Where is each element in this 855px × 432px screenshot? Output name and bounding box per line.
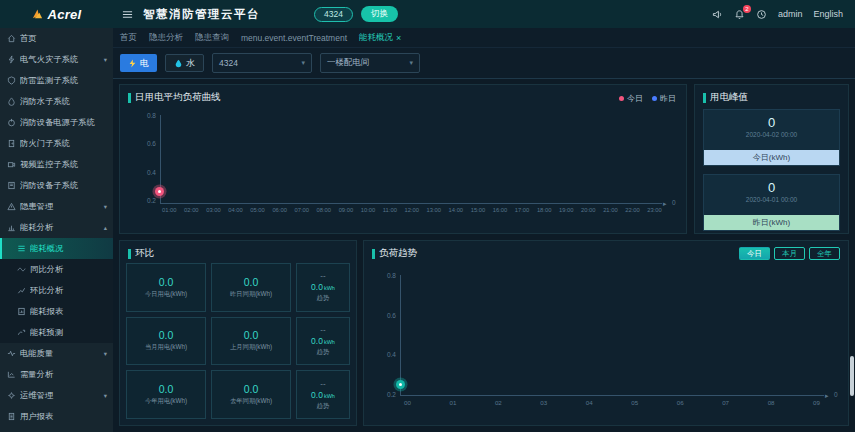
panel-title: 负荷趋势 [372, 247, 417, 260]
sidebar-item-隐患管理[interactable]: 隐患管理▾ [0, 196, 113, 217]
sidebar-item-label: 隐患管理 [20, 201, 100, 212]
sidebar-item-运维管理[interactable]: 运维管理▾ [0, 385, 113, 406]
wave-icon [17, 265, 26, 274]
trend-dash: -- [320, 379, 325, 388]
panel-title: 日用电平均负荷曲线 [128, 91, 221, 104]
y-axis-ticks: 0.80.60.40.2 [374, 272, 396, 398]
axis-end-label: 0 [672, 199, 676, 206]
switch-station-button[interactable]: 切换 [361, 6, 398, 22]
close-tab-icon[interactable]: × [396, 33, 401, 43]
x-tick-label: 15:00 [471, 207, 486, 213]
station-select[interactable]: 4324 ▾ [212, 53, 312, 73]
station-badge: 4324 [314, 7, 353, 22]
chevron-down-icon: ▾ [104, 350, 107, 358]
tab-label: 首页 [120, 32, 137, 44]
sidebar-item-label: 同比分析 [30, 264, 107, 275]
water-toggle-button[interactable]: 水 [165, 54, 204, 72]
electric-button-label: 电 [140, 57, 149, 70]
tab-label: 隐患查询 [195, 32, 229, 44]
y-tick-label: 0.6 [147, 140, 156, 147]
legend-label: 今日 [627, 93, 643, 104]
panel-title: 环比 [128, 247, 154, 260]
x-tick-label: 21:00 [603, 207, 618, 213]
room-select-value: 一楼配电间 [327, 57, 370, 69]
range-button-本月[interactable]: 本月 [774, 247, 805, 260]
load-curve-panel: 日用电平均负荷曲线 今日昨日 0.80.60.40.2 ▸ 0 01:0002:… [119, 84, 687, 234]
notification-bell-icon[interactable]: 2 [734, 9, 745, 20]
user-menu[interactable]: admin [778, 9, 803, 19]
sidebar-item-消防设备电源子系统[interactable]: 消防设备电源子系统 [0, 112, 113, 133]
bolt-icon [7, 55, 16, 64]
sidebar-item-label: 电能质量 [20, 348, 100, 359]
sidebar-item-防雷监测子系统[interactable]: 防雷监测子系统 [0, 70, 113, 91]
sidebar-item-label: 运维管理 [20, 390, 100, 401]
tab-隐患分析[interactable]: 隐患分析 [149, 32, 183, 44]
peak-title: 用电峰值 [710, 91, 748, 104]
x-tick-label: 22:00 [625, 207, 640, 213]
sidebar-item-同比分析[interactable]: 同比分析 [0, 259, 113, 280]
sidebar-item-首页[interactable]: 首页 [0, 28, 113, 49]
stat-label: 去年同期(kWh) [230, 397, 272, 406]
x-tick-label: 12:00 [404, 207, 419, 213]
x-tick-label: 01 [449, 399, 456, 406]
y-tick-label: 0.4 [387, 351, 396, 358]
sidebar-item-环比分析[interactable]: 环比分析 [0, 280, 113, 301]
range-buttons: 今日本月全年 [739, 247, 840, 260]
sidebar-item-电气火灾子系统[interactable]: 电气火灾子系统▾ [0, 49, 113, 70]
legend-item-今日[interactable]: 今日 [619, 93, 643, 104]
sidebar-item-label: 能耗报表 [30, 306, 107, 317]
bolt-icon [128, 59, 137, 68]
tab-menu.event.eventTreatment[interactable]: menu.event.eventTreatment [241, 33, 347, 43]
chevron-down-icon: ▾ [409, 59, 413, 67]
sidebar-item-label: 需量分析 [20, 369, 107, 380]
trend-card: --0.0kWh趋势 [296, 317, 350, 366]
doc-icon [7, 412, 16, 421]
history-clock-icon[interactable] [756, 9, 767, 20]
trend-label: 趋势 [317, 348, 330, 357]
sidebar-item-能耗分析[interactable]: 能耗分析▴ [0, 217, 113, 238]
peak-card: 02020-04-01 00:00昨日(kWh) [703, 174, 840, 231]
trend-value: 0.0kWh [311, 282, 335, 292]
stat-label: 昨日同期(kWh) [230, 290, 272, 299]
x-tick-label: 08 [768, 399, 775, 406]
legend-item-昨日[interactable]: 昨日 [652, 93, 676, 104]
acrel-logo-icon [31, 8, 44, 21]
sidebar-item-消防水子系统[interactable]: 消防水子系统 [0, 91, 113, 112]
stat-value: 0.0 [159, 276, 174, 288]
sidebar-item-需量分析[interactable]: 需量分析 [0, 364, 113, 385]
chevron-down-icon: ▾ [301, 59, 305, 67]
language-switch[interactable]: English [813, 9, 843, 19]
tab-隐患查询[interactable]: 隐患查询 [195, 32, 229, 44]
x-tick-label: 02:00 [184, 207, 199, 213]
x-tick-label: 05:00 [250, 207, 265, 213]
x-tick-label: 13:00 [427, 207, 442, 213]
sidebar-item-能耗报表[interactable]: 能耗报表 [0, 301, 113, 322]
sidebar-item-能耗预测[interactable]: 能耗预测 [0, 322, 113, 343]
sidebar-item-能耗概况[interactable]: 能耗概况 [0, 238, 113, 259]
scrollbar-thumb[interactable] [850, 356, 854, 396]
announcement-icon[interactable] [712, 9, 723, 20]
y-tick-label: 0.2 [387, 391, 396, 398]
sidebar-item-视频监控子系统[interactable]: 视频监控子系统 [0, 154, 113, 175]
stat-label: 当月用电(kWh) [145, 343, 187, 352]
load-marker-pin [396, 380, 405, 389]
tab-能耗概况[interactable]: 能耗概况× [359, 32, 401, 44]
sidebar-item-电能质量[interactable]: 电能质量▾ [0, 343, 113, 364]
x-tick-label: 05 [631, 399, 638, 406]
room-select[interactable]: 一楼配电间 ▾ [320, 53, 420, 73]
menu-toggle-icon[interactable] [122, 9, 133, 20]
sidebar-item-防火门子系统[interactable]: 防火门子系统 [0, 133, 113, 154]
electric-toggle-button[interactable]: 电 [120, 54, 157, 72]
range-button-今日[interactable]: 今日 [739, 247, 770, 260]
app-root: Acrel 智慧消防管理云平台 4324 切换 2 admin English … [0, 0, 855, 432]
toolbar: 电 水 4324 ▾ 一楼配电间 ▾ [113, 48, 855, 79]
trend-card: --0.0kWh趋势 [296, 263, 350, 312]
tab-首页[interactable]: 首页 [120, 32, 137, 44]
x-tick-label: 01:00 [162, 207, 177, 213]
trend-dash: -- [320, 271, 325, 280]
sidebar-item-消防设备子系统[interactable]: 消防设备子系统 [0, 175, 113, 196]
legend-label: 昨日 [660, 93, 676, 104]
range-button-全年[interactable]: 全年 [809, 247, 840, 260]
sidebar-item-label: 首页 [20, 33, 107, 44]
sidebar-item-用户报表[interactable]: 用户报表 [0, 406, 113, 427]
